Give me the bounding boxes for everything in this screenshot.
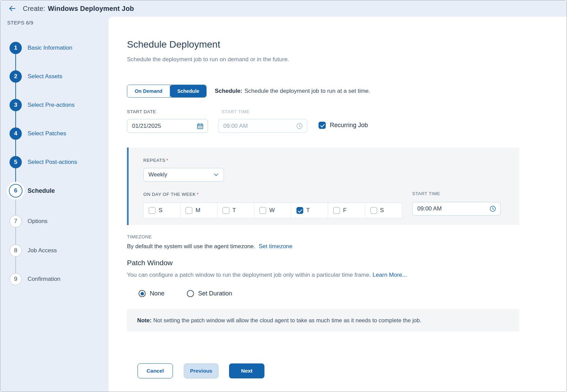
day-checkbox-thursday[interactable] [296, 207, 303, 214]
page-title: Create:Windows Deployment Job [23, 5, 134, 13]
day-cell-wednesday: W [254, 203, 291, 218]
required-asterisk: * [166, 158, 168, 163]
required-asterisk: * [197, 192, 199, 197]
day-cell-monday: M [180, 203, 217, 218]
recurring-job-checkbox[interactable] [319, 122, 326, 129]
start-time-label: START TIME [222, 109, 250, 114]
day-cell-tuesday: T [217, 203, 254, 218]
day-checkbox-monday[interactable] [185, 207, 192, 214]
step-number: 7 [10, 215, 22, 227]
patch-window-title: Patch Window [127, 259, 173, 267]
day-cell-friday: F [328, 203, 365, 218]
day-checkbox-friday[interactable] [333, 207, 340, 214]
step-label: Options [28, 218, 48, 225]
patch-window-option-set-duration[interactable]: Set Duration [187, 290, 232, 297]
step-label: Schedule [28, 187, 55, 194]
patch-window-option-none[interactable]: None [139, 290, 164, 297]
start-date-input[interactable] [127, 119, 208, 133]
section-subtitle: Schedule the deployment job to run on de… [127, 56, 289, 63]
patch-window-description: You can configure a patch window to run … [127, 272, 407, 278]
day-checkbox-saturday[interactable] [370, 207, 377, 214]
day-letter: T [306, 207, 310, 214]
day-of-week-row: S M T W T [143, 203, 402, 218]
mode-hint-text: Schedule the deployment job to run at a … [244, 88, 370, 94]
start-time-input [218, 119, 307, 133]
top-bar: Create:Windows Deployment Job [0, 0, 567, 17]
step-number: 5 [10, 156, 22, 168]
day-checkbox-tuesday[interactable] [223, 207, 229, 214]
previous-button[interactable]: Previous [184, 363, 218, 378]
timezone-label: TIMEZONE [127, 234, 152, 239]
day-letter: M [195, 207, 200, 214]
timezone-text: By default the system will use the agent… [127, 243, 292, 250]
cancel-button[interactable]: Cancel [137, 363, 173, 378]
chevron-down-icon [213, 171, 220, 178]
learn-more-link[interactable]: Learn More... [373, 272, 407, 278]
back-arrow-icon[interactable] [8, 4, 17, 13]
day-cell-thursday: T [291, 203, 328, 218]
step-number: 8 [10, 244, 22, 257]
day-cell-saturday: S [365, 203, 402, 218]
step-number: 2 [10, 70, 22, 83]
main-content: Schedule Deployment Schedule the deploym… [109, 17, 567, 392]
mode-hint: Schedule:Schedule the deployment job to … [215, 88, 370, 95]
step-number: 9 [10, 273, 22, 285]
set-duration-radio[interactable] [187, 290, 194, 297]
next-button[interactable]: Next [229, 363, 264, 378]
page-title-job-name: Windows Deployment Job [48, 5, 134, 12]
step-label: Select Patches [28, 130, 66, 137]
step-number: 4 [10, 127, 22, 140]
step-number: 6 [9, 184, 22, 198]
page-title-prefix: Create: [23, 5, 45, 12]
recurring-job-label: Recurring Job [330, 122, 368, 129]
stepper-connector-completed [15, 48, 16, 191]
none-radio[interactable] [139, 290, 146, 297]
set-duration-radio-label: Set Duration [198, 290, 232, 297]
recurrence-start-time-input[interactable] [412, 202, 501, 216]
run-mode-toggle: On Demand Schedule [127, 85, 207, 98]
day-cell-sunday: S [144, 203, 180, 218]
repeats-select[interactable]: Weekly [143, 168, 224, 182]
step-number: 3 [10, 99, 22, 111]
recurrence-start-time-label: START TIME [412, 191, 440, 196]
day-letter: F [343, 207, 346, 214]
stepper-connector-upcoming [15, 191, 16, 279]
step-label: Select Pre-actions [28, 102, 75, 108]
mode-hint-label: Schedule: [215, 88, 242, 94]
none-radio-label: None [150, 290, 164, 297]
note-box: Note:Not setting the patch window will a… [127, 309, 519, 331]
step-label: Select Post-actions [28, 159, 77, 166]
day-checkbox-wednesday[interactable] [259, 207, 266, 214]
step-label: Basic Information [28, 45, 72, 51]
step-label: Job Access [28, 247, 57, 254]
day-of-week-label: ON DAY OF THE WEEK* [143, 192, 199, 197]
note-text: Not setting the patch window will allow … [153, 317, 421, 324]
on-demand-toggle-button[interactable]: On Demand [127, 85, 170, 97]
schedule-toggle-button[interactable]: Schedule [170, 85, 206, 97]
note-label: Note: [137, 317, 151, 324]
step-label: Confirmation [28, 276, 60, 283]
day-letter: S [380, 207, 384, 214]
day-letter: S [159, 207, 162, 214]
steps-progress-label: STEPS 6/9 [7, 20, 33, 25]
patch-window-options: None Set Duration [139, 290, 232, 297]
repeats-label: REPEATS* [143, 158, 168, 163]
day-letter: W [269, 207, 275, 214]
step-label: Select Assets [28, 73, 62, 80]
section-title: Schedule Deployment [127, 39, 220, 50]
day-letter: T [232, 207, 236, 214]
create-deployment-job-window: Create:Windows Deployment Job STEPS 6/9 … [0, 0, 567, 392]
step-number: 1 [10, 42, 22, 54]
repeats-selected-value: Weekly [148, 171, 167, 178]
set-timezone-link[interactable]: Set timezone [259, 243, 292, 250]
day-checkbox-sunday[interactable] [149, 207, 156, 214]
start-date-label: START DATE [127, 109, 156, 114]
recurrence-panel: REPEATS* Weekly ON DAY OF THE WEEK* S M [127, 148, 519, 225]
